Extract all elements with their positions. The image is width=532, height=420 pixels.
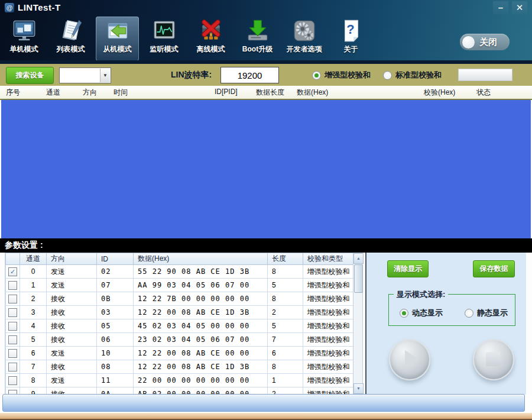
save-data-button[interactable]: 保存数据 xyxy=(473,260,515,277)
device-combo[interactable]: ▼ xyxy=(59,67,111,83)
params-table-row[interactable]: 5接收0623 02 03 04 05 06 07 007增强型校验和 xyxy=(6,333,354,347)
cell-length: 8 xyxy=(268,292,303,306)
titlebar: @ LINTest-T – ✕ xyxy=(0,0,532,15)
cell-checksum-type: 增强型校验和 xyxy=(303,292,354,306)
search-device-button[interactable]: 搜索设备 xyxy=(6,67,54,84)
cell-data: AA 99 03 04 05 06 07 00 xyxy=(134,279,268,292)
stop-icon xyxy=(486,352,500,366)
col-time: 时间 xyxy=(113,88,128,98)
row-checkbox xyxy=(6,292,20,306)
start-button[interactable] xyxy=(389,339,430,380)
params-table-row[interactable]: 3接收0312 22 00 08 AB CE 1D 3B2增强型校验和 xyxy=(6,306,354,319)
col-direction: 方向 xyxy=(83,88,97,98)
toolbar-item-offline-mode[interactable]: 离线模式 xyxy=(189,17,232,61)
toolbar-item-listen-mode[interactable]: 监听模式 xyxy=(142,17,186,61)
message-display-area[interactable] xyxy=(1,100,531,238)
cell-data: 12 22 00 08 AB CE 00 00 xyxy=(134,347,268,360)
cell-direction: 发送 xyxy=(47,265,97,279)
display-mode-groupbox: 显示模式选择: 动态显示 静态显示 xyxy=(388,294,515,326)
display-table-header: 序号 通道 方向 时间 ID[PID] 数据长度 数据(Hex) 校验(Hex)… xyxy=(0,86,532,100)
baud-rate-input[interactable] xyxy=(220,67,279,83)
params-table-row[interactable]: 4接收0545 02 03 04 05 00 00 005增强型校验和 xyxy=(6,319,354,333)
radio-standard-checksum[interactable]: 标准型校验和 xyxy=(383,70,442,80)
params-table-row[interactable]: 7接收0812 22 00 08 AB CE 1D 3B8增强型校验和 xyxy=(6,360,354,374)
row-checkbox: ✓ xyxy=(6,265,20,279)
col-status: 状态 xyxy=(476,88,491,98)
scroll-up-icon[interactable]: ▲ xyxy=(353,253,364,264)
radio-standard-checksum-dot xyxy=(383,71,392,80)
radio-enhanced-checksum[interactable]: 增强型校验和 xyxy=(312,70,371,80)
cell-checksum-type: 增强型校验和 xyxy=(303,319,354,333)
checkbox-icon[interactable] xyxy=(8,295,17,303)
toolbar-item-boot-upgrade[interactable]: Boot升级 xyxy=(236,17,279,61)
minimize-button[interactable]: – xyxy=(493,1,508,14)
cell-id: 08 xyxy=(97,360,134,374)
close-app-button[interactable]: 关闭 xyxy=(460,34,510,50)
params-vertical-scrollbar[interactable]: ▲ ▼ xyxy=(353,253,363,395)
display-mode-group-title: 显示模式选择: xyxy=(394,289,448,300)
cell-channel: 2 xyxy=(20,292,47,306)
cell-data: 12 22 00 08 AB CE 1D 3B xyxy=(134,360,268,374)
chevron-down-icon[interactable]: ▼ xyxy=(100,69,110,82)
toolbar-item-label: 监听模式 xyxy=(150,44,179,54)
bottom-scroll-bar[interactable] xyxy=(2,394,525,412)
lintest-window: @ LINTest-T – ✕ 单机模式 xyxy=(0,0,532,420)
scroll-down-icon[interactable]: ▼ xyxy=(353,383,364,394)
monitor-icon xyxy=(12,18,37,43)
toolbar-item-single-mode[interactable]: 单机模式 xyxy=(2,17,46,61)
cell-direction: 发送 xyxy=(47,374,97,387)
cell-checksum-type: 增强型校验和 xyxy=(303,306,354,319)
toolbar-item-list-mode[interactable]: 列表模式 xyxy=(49,17,92,61)
checkbox-icon[interactable] xyxy=(8,281,17,290)
toolbar-item-developer-options[interactable]: 开发者选项 xyxy=(283,17,326,61)
slave-mode-icon xyxy=(105,18,130,43)
params-table-row[interactable]: 1发送07AA 99 03 04 05 06 07 005增强型校验和 xyxy=(6,279,354,292)
cell-data: 23 02 03 04 05 06 07 00 xyxy=(134,333,268,347)
app-title: LINTest-T xyxy=(18,2,61,12)
toolbar-item-about[interactable]: ? 关于 xyxy=(329,17,372,61)
close-pill-label: 关闭 xyxy=(479,37,497,48)
cell-checksum-type: 增强型校验和 xyxy=(303,279,354,292)
baud-rate-label: LIN波特率: xyxy=(171,70,212,80)
radio-dynamic-display-dot xyxy=(400,309,408,318)
col-index: 序号 xyxy=(6,88,20,98)
clear-display-button[interactable]: 清除显示 xyxy=(387,260,429,277)
checkbox-icon[interactable]: ✓ xyxy=(8,267,17,276)
checkbox-icon[interactable] xyxy=(8,308,17,317)
cell-channel: 3 xyxy=(20,306,47,319)
checkbox-icon[interactable] xyxy=(8,363,17,371)
stop-button[interactable] xyxy=(473,339,514,380)
cell-id: 11 xyxy=(97,374,134,387)
params-table-row[interactable]: 6发送1012 22 00 08 AB CE 00 006增强型校验和 xyxy=(6,347,354,360)
top-gradient-area: @ LINTest-T – ✕ 单机模式 xyxy=(0,0,532,62)
params-table-row[interactable]: 2接收0B12 22 7B 00 00 00 00 008增强型校验和 xyxy=(6,292,354,306)
cell-data: 12 22 7B 00 00 00 00 00 xyxy=(134,292,268,306)
params-section-title: 参数设置 : xyxy=(5,240,43,251)
col-id-pid: ID[PID] xyxy=(215,88,238,96)
radio-static-display-label: 静态显示 xyxy=(477,308,508,318)
checkbox-icon[interactable] xyxy=(8,335,17,344)
col-data-length: 数据长度 xyxy=(256,88,284,98)
cell-id: 06 xyxy=(97,333,134,347)
checkbox-icon[interactable] xyxy=(8,322,17,331)
scrollbar-thumb[interactable] xyxy=(354,264,363,293)
radio-static-display[interactable]: 静态显示 xyxy=(465,308,508,318)
cell-data: 12 22 00 08 AB CE 1D 3B xyxy=(134,306,268,319)
params-section-bar: 参数设置 : xyxy=(0,238,532,253)
toolbar-item-slave-mode[interactable]: 从机模式 xyxy=(96,17,139,61)
col-direction: 方向 xyxy=(47,253,97,265)
radio-static-display-dot xyxy=(465,309,473,318)
cell-checksum-type: 增强型校验和 xyxy=(303,374,354,387)
row-checkbox xyxy=(6,306,20,319)
close-button[interactable]: ✕ xyxy=(512,1,527,14)
radio-dynamic-display[interactable]: 动态显示 xyxy=(400,308,443,318)
col-channel: 通道 xyxy=(20,253,47,265)
radio-dynamic-display-label: 动态显示 xyxy=(412,308,443,318)
cell-length: 8 xyxy=(268,265,303,279)
mode-toolbar: 单机模式 列表模式 xyxy=(2,17,376,60)
radio-enhanced-checksum-dot xyxy=(312,71,321,80)
checkbox-icon[interactable] xyxy=(8,376,17,385)
params-table-row[interactable]: ✓0发送0255 22 90 08 AB CE 1D 3B8增强型校验和 xyxy=(6,265,354,279)
params-table-row[interactable]: 8发送1122 00 00 00 00 00 00 001增强型校验和 xyxy=(6,374,354,387)
checkbox-icon[interactable] xyxy=(8,349,17,358)
